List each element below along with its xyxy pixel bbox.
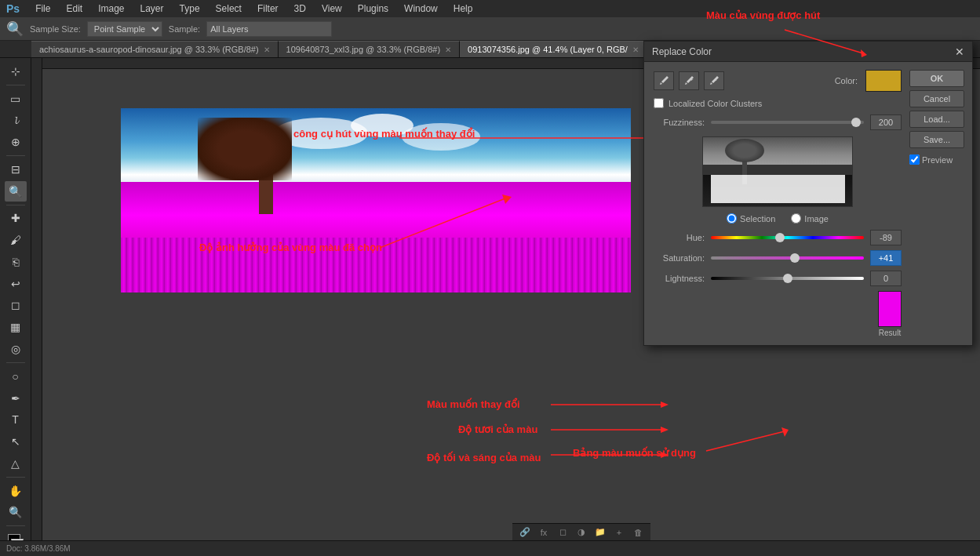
tab-0-close[interactable]: ✕ bbox=[264, 45, 270, 54]
history-brush-tool[interactable]: ↩ bbox=[5, 274, 27, 294]
hue-value[interactable] bbox=[870, 230, 902, 245]
tab-1-close[interactable]: ✕ bbox=[445, 45, 451, 54]
mask-icon[interactable]: ◻ bbox=[555, 525, 570, 540]
menu-help[interactable]: Help bbox=[450, 2, 476, 16]
tab-0-label: achiosaurus-a-sauropod-dinosaur.jpg @ 33… bbox=[39, 45, 259, 54]
load-button[interactable]: Load... bbox=[909, 111, 964, 128]
saturation-row: Saturation: bbox=[654, 250, 902, 266]
eraser-tool[interactable]: ◻ bbox=[5, 296, 27, 316]
radio-row: Selection Image bbox=[654, 213, 902, 223]
eyedropper-tool-icon: 🔍 bbox=[6, 20, 24, 38]
preview-bw-image bbox=[703, 137, 852, 206]
menu-3d[interactable]: 3D bbox=[291, 2, 309, 16]
result-area: Result bbox=[654, 291, 902, 337]
tab-0[interactable]: achiosaurus-a-sauropod-dinosaur.jpg @ 33… bbox=[31, 41, 279, 57]
left-toolbar: ⊹ ▭ 𝓵 ⊕ ⊟ 🔍 ✚ 🖌 ⎗ ↩ ◻ ▦ ◎ ○ ✒ T ↖ △ ✋ 🔍 bbox=[0, 58, 31, 556]
localized-clusters-checkbox[interactable] bbox=[654, 98, 664, 108]
menu-type[interactable]: Type bbox=[177, 2, 203, 16]
quick-select-tool[interactable]: ⊕ bbox=[5, 132, 27, 152]
lasso-tool[interactable]: 𝓵 bbox=[5, 111, 27, 131]
eyedropper-plus-btn[interactable]: + bbox=[679, 71, 699, 90]
hue-track[interactable] bbox=[711, 236, 864, 239]
hand-tool[interactable]: ✋ bbox=[5, 481, 27, 501]
lightness-row: Lightness: bbox=[654, 271, 902, 286]
image-canvas bbox=[121, 108, 631, 293]
crop-tool[interactable]: ⊟ bbox=[5, 159, 27, 180]
path-select-tool[interactable]: ↖ bbox=[5, 431, 27, 452]
lightness-thumb[interactable] bbox=[783, 274, 792, 283]
fx-icon[interactable]: fx bbox=[536, 525, 552, 540]
adjustment-icon[interactable]: ◑ bbox=[574, 525, 589, 540]
saturation-value[interactable] bbox=[870, 250, 902, 266]
gradient-tool[interactable]: ▦ bbox=[5, 317, 27, 337]
radio-selection[interactable]: Selection bbox=[727, 213, 775, 223]
dialog-close-button[interactable]: ✕ bbox=[955, 45, 964, 58]
menu-select[interactable]: Select bbox=[213, 2, 245, 16]
eyedropper-row: + - Color: bbox=[654, 70, 902, 92]
marquee-tool[interactable]: ▭ bbox=[5, 89, 27, 109]
saturation-track[interactable] bbox=[711, 256, 864, 260]
saturation-thumb[interactable] bbox=[790, 253, 800, 263]
localized-clusters-row: Localized Color Clusters bbox=[654, 98, 902, 108]
radio-image[interactable]: Image bbox=[791, 213, 829, 223]
radio-image-input[interactable] bbox=[791, 213, 801, 223]
fuzziness-thumb[interactable] bbox=[851, 118, 861, 127]
bottom-icons-bar: 🔗 fx ◻ ◑ 📁 + 🗑 bbox=[512, 523, 650, 540]
eyedropper-normal-btn[interactable] bbox=[654, 71, 674, 90]
menu-plugins[interactable]: Plugins bbox=[355, 2, 392, 16]
menu-file[interactable]: File bbox=[32, 2, 53, 16]
brush-tool[interactable]: 🖌 bbox=[5, 230, 27, 250]
new-layer-icon[interactable]: + bbox=[611, 525, 627, 540]
eyedropper-minus-btn[interactable]: - bbox=[704, 71, 724, 90]
lightness-value[interactable] bbox=[870, 271, 902, 286]
svg-marker-9 bbox=[661, 452, 669, 458]
fuzziness-value[interactable] bbox=[870, 114, 902, 130]
fuzziness-label: Fuzziness: bbox=[654, 118, 705, 127]
menu-window[interactable]: Window bbox=[401, 2, 441, 16]
dodge-tool[interactable]: ○ bbox=[5, 366, 27, 387]
menu-layer[interactable]: Layer bbox=[137, 2, 167, 16]
pen-tool[interactable]: ✒ bbox=[5, 388, 27, 409]
menu-edit[interactable]: Edit bbox=[63, 2, 86, 16]
cancel-button[interactable]: Cancel bbox=[909, 90, 964, 107]
sample-label: Sample: bbox=[169, 24, 200, 34]
radio-selection-input[interactable] bbox=[727, 213, 737, 223]
save-button[interactable]: Save... bbox=[909, 131, 964, 148]
svg-text:-: - bbox=[715, 76, 717, 83]
preview-row: Preview bbox=[909, 154, 964, 165]
tab-2-close[interactable]: ✕ bbox=[632, 45, 639, 54]
preview-label: Preview bbox=[922, 155, 953, 165]
tab-1[interactable]: 109640873_xxl3.jpg @ 33.3% (RGB/8#) ✕ bbox=[279, 41, 460, 57]
result-swatch bbox=[878, 291, 902, 327]
preview-image bbox=[702, 136, 853, 207]
hue-thumb[interactable] bbox=[775, 233, 785, 242]
menu-view[interactable]: View bbox=[319, 2, 345, 16]
preview-checkbox[interactable] bbox=[909, 154, 920, 165]
sample-size-select[interactable]: Point Sample bbox=[87, 21, 162, 37]
radio-selection-label: Selection bbox=[740, 214, 775, 223]
sample-input[interactable] bbox=[206, 21, 332, 37]
menu-filter[interactable]: Filter bbox=[254, 2, 282, 16]
ok-button[interactable]: OK bbox=[909, 70, 964, 87]
menu-bar: Ps File Edit Image Layer Type Select Fil… bbox=[0, 0, 980, 17]
lightness-track[interactable] bbox=[711, 277, 864, 280]
result-label: Result bbox=[879, 329, 901, 337]
text-tool[interactable]: T bbox=[5, 409, 27, 430]
delete-layer-icon[interactable]: 🗑 bbox=[630, 525, 646, 540]
group-icon[interactable]: 📁 bbox=[592, 525, 608, 540]
blur-tool[interactable]: ◎ bbox=[5, 339, 27, 359]
status-info: Doc: 3.86M/3.86M bbox=[6, 544, 71, 553]
eyedropper-tool[interactable]: 🔍 bbox=[5, 181, 27, 202]
color-swatch[interactable] bbox=[865, 70, 902, 92]
move-tool[interactable]: ⊹ bbox=[5, 61, 27, 82]
menu-image[interactable]: Image bbox=[95, 2, 127, 16]
shape-tool[interactable]: △ bbox=[5, 453, 27, 474]
clone-tool[interactable]: ⎗ bbox=[5, 252, 27, 272]
fuzziness-row: Fuzziness: bbox=[654, 114, 902, 130]
healing-tool[interactable]: ✚ bbox=[5, 209, 27, 229]
sample-size-label: Sample Size: bbox=[30, 24, 81, 34]
zoom-tool[interactable]: 🔍 bbox=[5, 502, 27, 522]
fuzziness-track[interactable] bbox=[711, 121, 864, 124]
tab-2[interactable]: 0913074356.jpg @ 41.4% (Layer 0, RGB/ ✕ bbox=[460, 41, 647, 57]
link-icon[interactable]: 🔗 bbox=[517, 525, 533, 540]
